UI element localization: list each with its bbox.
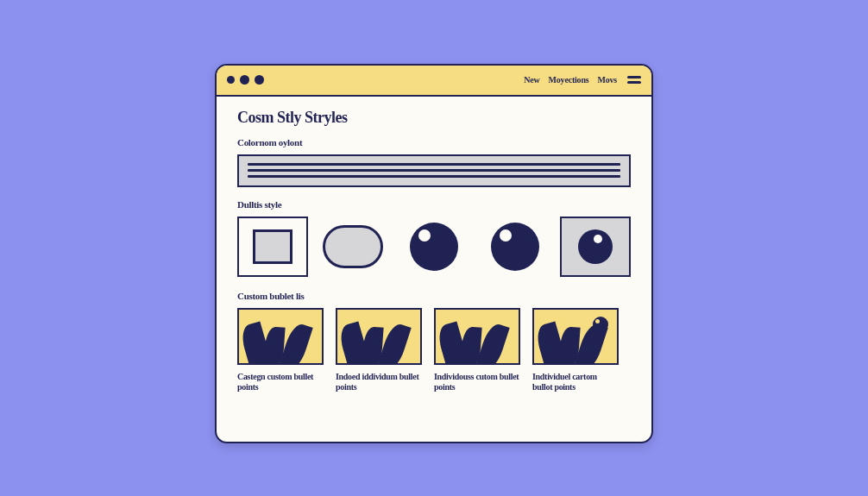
titlebar: New Moyections Movs	[217, 66, 651, 97]
section-label-colornom: Colornom oylont	[237, 137, 631, 148]
page-title: Cosm Stly Stryles	[237, 109, 631, 127]
bar-line-icon	[248, 163, 620, 166]
section-label-custom: Custom bublet lis	[237, 291, 631, 301]
shape-option-ball[interactable]	[399, 217, 469, 277]
app-window: New Moyections Movs Cosm Stly Stryles Co…	[215, 64, 653, 443]
card-caption: Indtividuel cartom bullot points	[532, 372, 619, 392]
pill-icon	[323, 225, 383, 268]
leaf-thumbnail	[532, 308, 619, 365]
content-area: Cosm Stly Stryles Colornom oylont Dullti…	[217, 97, 651, 408]
section-label-dullis: Dulltis style	[237, 199, 631, 210]
shape-option-ball[interactable]	[480, 217, 550, 277]
list-item[interactable]: Indtividuel cartom bullot points	[532, 308, 619, 392]
bar-line-icon	[248, 169, 620, 172]
ball-icon	[410, 223, 458, 271]
bar-line-icon	[248, 175, 620, 178]
nav-link-new[interactable]: New	[524, 75, 539, 85]
shape-option-ball-boxed[interactable]	[560, 217, 631, 277]
traffic-dot-icon[interactable]	[255, 75, 264, 85]
square-icon	[253, 229, 292, 264]
ball-icon	[578, 229, 613, 264]
leaf-thumbnail	[237, 308, 324, 365]
window-controls[interactable]	[227, 75, 264, 85]
shapes-row	[237, 217, 631, 277]
color-bar-widget[interactable]	[237, 154, 631, 187]
leaf-thumbnail	[434, 308, 520, 365]
traffic-dot-icon[interactable]	[227, 76, 235, 84]
nav-link-movs[interactable]: Movs	[597, 75, 617, 85]
ball-icon	[593, 317, 608, 332]
header-nav: New Moyections Movs	[524, 75, 641, 85]
card-caption: Individouss cutom bullet points	[434, 372, 520, 392]
list-item[interactable]: Castegn custom bullet points	[237, 308, 324, 392]
card-caption: Castegn custom bullet points	[237, 372, 324, 392]
list-item[interactable]: Individouss cutom bullet points	[434, 308, 520, 392]
leaf-thumbnail	[336, 308, 422, 365]
nav-link-moyections[interactable]: Moyections	[549, 75, 589, 85]
ball-icon	[491, 223, 539, 271]
card-caption: Indoed iddividum bullet points	[336, 372, 422, 392]
list-item[interactable]: Indoed iddividum bullet points	[336, 308, 422, 392]
traffic-dot-icon[interactable]	[240, 75, 249, 85]
cards-row: Castegn custom bullet points Indoed iddi…	[237, 308, 631, 392]
shape-option-pill[interactable]	[318, 217, 389, 277]
shape-option-square[interactable]	[237, 217, 308, 277]
hamburger-icon[interactable]	[627, 76, 641, 84]
